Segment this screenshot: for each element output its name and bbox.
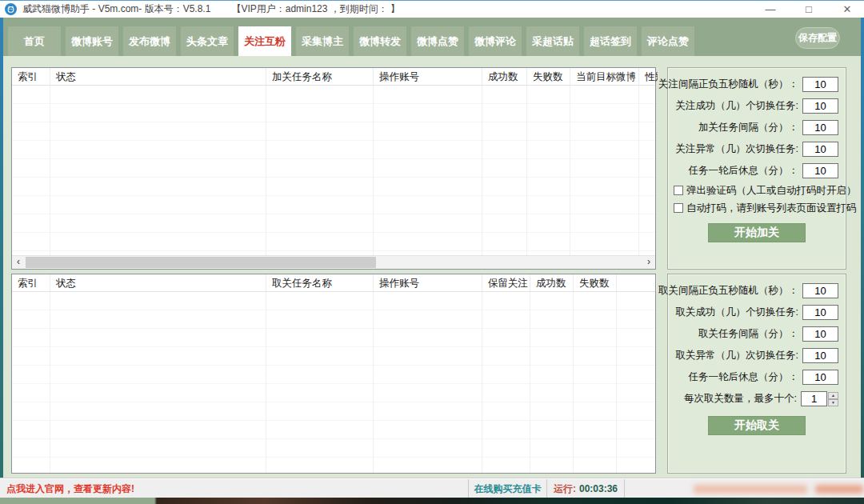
save-config-button[interactable]: 保存配置 xyxy=(795,27,840,49)
follow-task-interval-row: 加关任务间隔（分）： xyxy=(668,117,846,138)
follow-interval-row: 关注间隔正负五秒随机（秒）： xyxy=(668,74,846,95)
unfollow-column-divider xyxy=(373,292,374,473)
tab-supertopic-checkin[interactable]: 超话签到 xyxy=(584,26,637,56)
window-border-right xyxy=(861,18,864,498)
official-site-link[interactable]: 点我进入官网，查看更新内容! xyxy=(6,482,134,496)
spin-up-icon[interactable]: ▲ xyxy=(828,392,838,399)
popup-captcha-row: 弹出验证码（人工或自动打码时开启） xyxy=(668,182,846,199)
unfollow-column-header-2[interactable]: 取关任务名称 xyxy=(266,274,374,291)
unfollow-task-interval-label: 取关任务间隔（分）： xyxy=(698,327,798,341)
minimize-icon[interactable]: — xyxy=(760,2,781,18)
run-time-value: 00:03:36 xyxy=(579,483,618,494)
follow-column-divider xyxy=(266,86,266,255)
redacted-text-blob xyxy=(815,485,863,494)
follow-settings-panel: 关注间隔正负五秒随机（秒）：关注成功（几）个切换任务:加关任务间隔（分）：关注异… xyxy=(667,67,846,270)
unfollow-column-header-6[interactable]: 失败数 xyxy=(574,274,617,291)
follow-column-header-2[interactable]: 加关任务名称 xyxy=(266,68,374,85)
unfollow-task-interval-row: 取关任务间隔（分）： xyxy=(668,323,846,345)
tab-collect-bloggers[interactable]: 采集博主 xyxy=(296,26,349,56)
tab-follow-mutual[interactable]: 关注互粉 xyxy=(238,26,291,56)
unfollow-column-divider xyxy=(50,292,50,473)
scroll-right-icon[interactable]: › xyxy=(642,256,655,269)
unfollow-round-rest-row: 任务一轮后休息（分）： xyxy=(668,366,846,388)
scroll-left-icon[interactable]: ‹ xyxy=(12,256,25,269)
window-border-left xyxy=(0,18,3,498)
follow-error-switch-input[interactable] xyxy=(802,142,838,157)
follow-column-divider xyxy=(482,86,482,255)
auto-captcha-row: 自动打码，请到账号列表页面设置打码 xyxy=(668,199,846,217)
follow-round-rest-label: 任务一轮后休息（分）： xyxy=(689,164,799,178)
tab-comment-like[interactable]: 评论点赞 xyxy=(642,26,694,56)
window-title: 威武猫微博助手 - V5m.com- 版本号：V5.8.1 xyxy=(22,2,210,16)
tab-weibo-like[interactable]: 微博点赞 xyxy=(411,26,464,56)
unfollow-column-header-5[interactable]: 成功数 xyxy=(530,274,574,291)
app-window: 威武猫微博助手 - V5m.com- 版本号：V5.8.1 【VIP用户：adm… xyxy=(0,0,864,504)
follow-interval-input[interactable] xyxy=(802,77,838,92)
unfollow-table-header: 索引状态取关任务名称操作账号保留关注成功数失败数 xyxy=(12,274,655,292)
follow-table-header: 索引状态加关任务名称操作账号成功数失败数当前目标微博性别 xyxy=(12,68,655,86)
start-follow-button[interactable]: 开始加关 xyxy=(708,223,806,242)
unfollow-interval-input[interactable] xyxy=(802,283,838,298)
auto-captcha-checkbox[interactable] xyxy=(674,203,683,213)
follow-column-divider xyxy=(526,86,527,255)
maximize-icon[interactable]: □ xyxy=(798,2,819,18)
follow-table-body[interactable] xyxy=(12,86,655,255)
unfollow-task-interval-input[interactable] xyxy=(802,326,838,342)
follow-task-interval-input[interactable] xyxy=(802,120,838,135)
scrollbar-thumb[interactable] xyxy=(26,257,376,268)
close-icon[interactable]: ✕ xyxy=(837,2,858,18)
tab-headline-articles[interactable]: 头条文章 xyxy=(181,26,234,56)
unfollow-column-header-3[interactable]: 操作账号 xyxy=(374,274,482,291)
unfollow-column-header-7[interactable] xyxy=(617,274,657,291)
follow-column-header-1[interactable]: 状态 xyxy=(50,68,266,85)
tab-publish-weibo[interactable]: 发布微博 xyxy=(123,26,176,56)
follow-settings-fields: 关注间隔正负五秒随机（秒）：关注成功（几）个切换任务:加关任务间隔（分）：关注异… xyxy=(668,74,846,182)
buy-card-link[interactable]: 在线购买充值卡 xyxy=(474,482,542,496)
spin-down-icon[interactable]: ▼ xyxy=(828,399,838,406)
tab-weibo-repost[interactable]: 微博转发 xyxy=(354,26,406,56)
unfollow-batch-row: 每次取关数量，最多十个: ▲ ▼ xyxy=(668,388,846,410)
follow-column-divider xyxy=(50,86,50,255)
unfollow-success-switch-input[interactable] xyxy=(802,305,838,320)
tab-collect-supertopic-posts[interactable]: 采超话贴 xyxy=(526,26,579,56)
follow-column-header-3[interactable]: 操作账号 xyxy=(374,68,482,85)
unfollow-table-body[interactable] xyxy=(12,292,655,473)
status-bar: 点我进入官网，查看更新内容! 在线购买充值卡 运行: 00:03:36 xyxy=(0,478,864,498)
unfollow-error-switch-input[interactable] xyxy=(802,348,838,363)
follow-task-interval-label: 加关任务间隔（分）： xyxy=(698,121,798,134)
follow-round-rest-input[interactable] xyxy=(802,163,838,178)
app-icon xyxy=(5,3,17,15)
follow-table-hscrollbar[interactable]: ‹ › xyxy=(12,255,655,269)
follow-column-header-0[interactable]: 索引 xyxy=(12,68,50,85)
follow-column-divider xyxy=(373,86,374,255)
unfollow-round-rest-label: 任务一轮后休息（分）： xyxy=(689,370,799,384)
follow-success-switch-row: 关注成功（几）个切换任务: xyxy=(668,95,846,117)
tab-bar: 首页微博账号发布微博头条文章关注互粉采集博主微博转发微博点赞微博评论采超话贴超话… xyxy=(0,18,864,56)
unfollow-error-switch-label: 取关异常（几）次切换任务: xyxy=(676,349,798,362)
tab-home[interactable]: 首页 xyxy=(8,26,61,56)
start-unfollow-button[interactable]: 开始取关 xyxy=(708,416,806,435)
follow-column-header-6[interactable]: 当前目标微博 xyxy=(570,68,639,85)
status-redacted-section xyxy=(624,479,864,498)
unfollow-task-table: 索引状态取关任务名称操作账号保留关注成功数失败数 xyxy=(11,274,656,474)
desktop-background-strip xyxy=(0,498,864,504)
unfollow-column-divider xyxy=(266,292,266,473)
follow-success-switch-input[interactable] xyxy=(802,98,838,114)
unfollow-batch-input[interactable] xyxy=(801,391,827,406)
tab-weibo-comment[interactable]: 微博评论 xyxy=(469,26,522,56)
tab-weibo-accounts[interactable]: 微博账号 xyxy=(66,26,118,56)
follow-column-header-5[interactable]: 失败数 xyxy=(527,68,570,85)
popup-captcha-checkbox[interactable] xyxy=(674,186,683,195)
follow-column-header-4[interactable]: 成功数 xyxy=(482,68,527,85)
unfollow-column-header-4[interactable]: 保留关注 xyxy=(482,274,530,291)
unfollow-interval-row: 取关间隔正负五秒随机（秒）： xyxy=(668,280,846,302)
unfollow-column-divider xyxy=(482,292,482,473)
unfollow-round-rest-input[interactable] xyxy=(802,370,838,385)
status-runtime-section: 运行: 00:03:36 xyxy=(546,479,624,498)
unfollow-column-header-1[interactable]: 状态 xyxy=(50,274,266,291)
follow-settings-checkboxes: 弹出验证码（人工或自动打码时开启）自动打码，请到账号列表页面设置打码 xyxy=(668,182,846,217)
unfollow-column-header-0[interactable]: 索引 xyxy=(12,274,50,291)
auto-captcha-label: 自动打码，请到账号列表页面设置打码 xyxy=(686,202,857,215)
follow-column-header-7[interactable]: 性别 xyxy=(639,68,658,85)
unfollow-success-switch-row: 取关成功（几）个切换任务: xyxy=(668,302,846,323)
